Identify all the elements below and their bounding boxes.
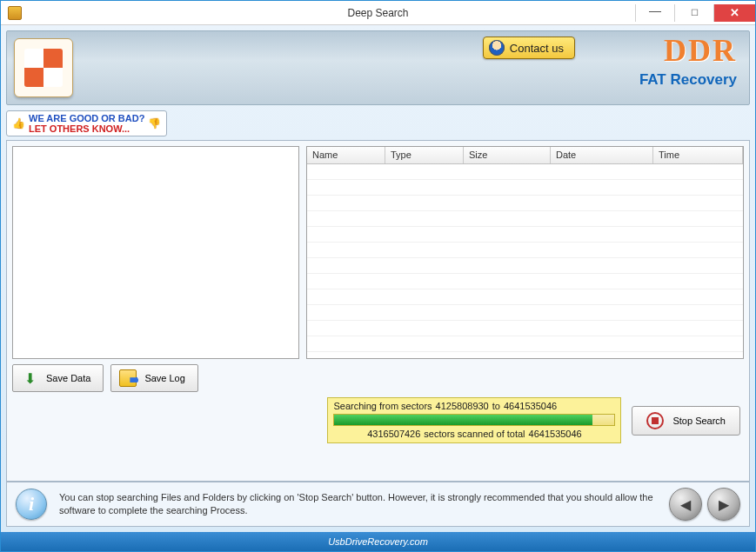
minimize-button[interactable]: — bbox=[635, 4, 674, 22]
content-panel: Name Type Size Date Time bbox=[6, 140, 750, 482]
nav-buttons: ◀ ▶ bbox=[669, 488, 740, 521]
col-time[interactable]: Time bbox=[653, 147, 743, 163]
feedback-text: WE ARE GOOD OR BAD? LET OTHERS KNOW... bbox=[29, 113, 144, 134]
feedback-line2: LET OTHERS KNOW... bbox=[29, 123, 144, 134]
col-name[interactable]: Name bbox=[307, 147, 385, 163]
folder-tree-pane[interactable] bbox=[12, 146, 299, 359]
file-rows bbox=[307, 164, 743, 358]
thumb-down-icon: 👎 bbox=[148, 117, 161, 130]
feedback-button[interactable]: 👍 WE ARE GOOD OR BAD? LET OTHERS KNOW...… bbox=[6, 110, 167, 136]
stop-icon bbox=[646, 412, 664, 429]
table-row bbox=[307, 211, 743, 227]
table-row bbox=[307, 289, 743, 305]
contact-label: Contact us bbox=[510, 42, 564, 55]
download-icon: ⬇ bbox=[20, 369, 39, 388]
table-row bbox=[307, 336, 743, 352]
table-row bbox=[307, 305, 743, 321]
body-area: Contact us DDR FAT Recovery 👍 WE ARE GOO… bbox=[1, 25, 755, 532]
col-type[interactable]: Type bbox=[385, 147, 464, 163]
header-banner: Contact us DDR FAT Recovery bbox=[6, 30, 750, 105]
table-row bbox=[307, 227, 743, 243]
person-icon bbox=[489, 40, 505, 56]
save-row: ⬇ Save Data Save Log bbox=[12, 364, 744, 392]
close-button[interactable]: ✕ bbox=[713, 4, 755, 22]
save-log-button[interactable]: Save Log bbox=[110, 364, 197, 392]
brand-block: DDR FAT Recovery bbox=[639, 35, 737, 89]
file-list-pane[interactable]: Name Type Size Date Time bbox=[306, 146, 744, 359]
back-button[interactable]: ◀ bbox=[669, 488, 702, 521]
progress-fill bbox=[334, 415, 592, 425]
footer-link[interactable]: UsbDriveRecovery.com bbox=[1, 532, 755, 551]
feedback-line1: WE ARE GOOD OR BAD? bbox=[29, 113, 144, 123]
forward-button[interactable]: ▶ bbox=[707, 488, 740, 521]
contact-us-button[interactable]: Contact us bbox=[483, 37, 575, 59]
progress-prefix: Searching from sectors bbox=[333, 401, 432, 411]
progress-scanned: 4316507426 bbox=[367, 429, 420, 439]
brand-subtitle: FAT Recovery bbox=[639, 71, 737, 89]
titlebar: Deep Search — ☐ ✕ bbox=[1, 1, 755, 25]
table-row bbox=[307, 274, 743, 289]
progress-to: 4641535046 bbox=[504, 401, 557, 411]
progress-row: Searching from sectors 4125808930 to 464… bbox=[12, 397, 744, 443]
window-title: Deep Search bbox=[347, 7, 408, 19]
logo-pattern-icon bbox=[24, 49, 63, 87]
brand-name: DDR bbox=[639, 35, 737, 66]
hint-text: You can stop searching Files and Folders… bbox=[59, 491, 657, 518]
progress-count-line: 4316507426 sectors scanned of total 4641… bbox=[333, 429, 615, 439]
window-controls: — ☐ ✕ bbox=[635, 4, 755, 22]
maximize-button[interactable]: ☐ bbox=[674, 4, 713, 22]
stop-search-button[interactable]: Stop Search bbox=[632, 406, 740, 436]
log-file-icon bbox=[119, 369, 137, 387]
progress-total: 4641535046 bbox=[529, 429, 582, 439]
progress-from: 4125808930 bbox=[436, 401, 489, 411]
save-log-label: Save Log bbox=[144, 373, 184, 383]
footer-text: UsbDriveRecovery.com bbox=[328, 536, 428, 547]
table-row bbox=[307, 243, 743, 258]
table-row bbox=[307, 321, 743, 336]
progress-status-line: Searching from sectors 4125808930 to 464… bbox=[333, 401, 615, 411]
app-window: Deep Search — ☐ ✕ Contact us DDR FAT Rec… bbox=[0, 0, 756, 552]
progress-to-word: to bbox=[492, 401, 500, 411]
col-size[interactable]: Size bbox=[464, 147, 551, 163]
progress-bar bbox=[333, 414, 615, 426]
col-date[interactable]: Date bbox=[551, 147, 653, 163]
stop-search-label: Stop Search bbox=[672, 416, 726, 426]
info-icon: i bbox=[16, 489, 47, 520]
progress-mid: sectors scanned of total bbox=[424, 429, 525, 439]
app-logo bbox=[14, 38, 73, 97]
thumb-up-icon: 👍 bbox=[12, 117, 25, 130]
table-row bbox=[307, 258, 743, 274]
save-data-label: Save Data bbox=[46, 373, 90, 383]
table-row bbox=[307, 196, 743, 211]
file-list-header: Name Type Size Date Time bbox=[307, 147, 743, 164]
table-row bbox=[307, 180, 743, 196]
hint-row: i You can stop searching Files and Folde… bbox=[6, 482, 750, 527]
lists-row: Name Type Size Date Time bbox=[12, 146, 744, 359]
table-row bbox=[307, 164, 743, 180]
save-data-button[interactable]: ⬇ Save Data bbox=[12, 364, 104, 392]
app-icon bbox=[8, 6, 22, 20]
progress-box: Searching from sectors 4125808930 to 464… bbox=[327, 397, 621, 443]
